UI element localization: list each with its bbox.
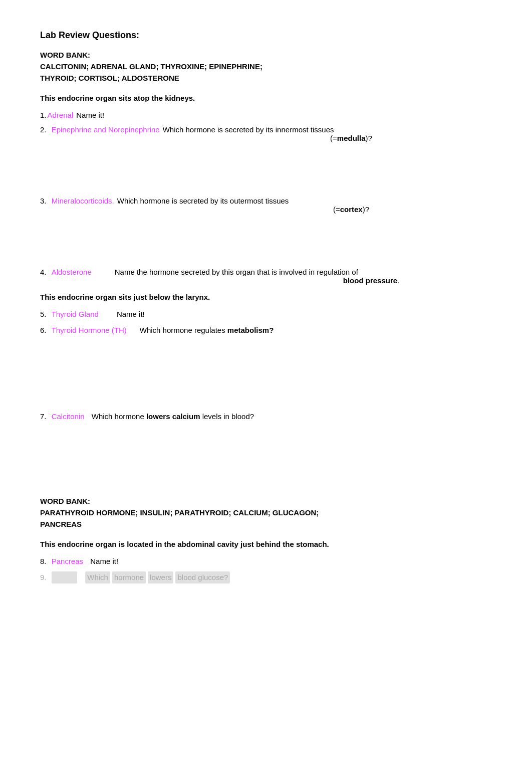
wordbank1-label: WORD BANK: [40,51,492,59]
spacer-3 [40,340,492,391]
spacer-4 [40,427,492,497]
q4-number: 4. [40,268,47,276]
q2-number: 2. [40,125,47,134]
question-6: 6. Thyroid Hormone (TH) Which hormone re… [40,324,492,336]
q6-text: Which hormone regulates metabolism? [140,324,274,336]
section3-instruction: This endocrine organ is located in the a… [40,540,492,548]
q7-text: Which hormone lowers calcium levels in b… [92,411,254,423]
q1-number: 1. [40,109,47,121]
page-title: Lab Review Questions: [40,30,492,41]
q9-text2: hormone [112,571,146,583]
question-9: 9. Insulin Which hormone lowers blood gl… [40,571,492,583]
q8-number: 8. [40,555,47,567]
q3-text-line1: Which hormone is secreted by its outermo… [117,197,289,205]
q4-text-line2: blood pressure. [343,276,400,285]
q5-number: 5. [40,308,47,320]
q1-text: Name it! [76,109,104,121]
q7-number: 7. [40,411,47,423]
q4-text-line1: Name the hormone secreted by this organ … [115,268,358,276]
q3-number: 3. [40,197,47,205]
question-5: 5. Thyroid Gland Name it! [40,308,492,320]
section1-instruction: This endocrine organ sits atop the kidne… [40,94,492,102]
q4-answer: Aldosterone [52,268,92,276]
q5-answer: Thyroid Gland [52,308,99,320]
q2-answer: Epinephrine and Norepinephrine [52,125,160,134]
q9-text: Which [85,571,110,583]
question-8: 8. Pancreas Name it! [40,555,492,567]
spacer-3b [40,391,492,411]
question-1: 1. Adrenal Name it! [40,109,492,121]
section2-instruction: This endocrine organ sits just below the… [40,293,492,301]
q8-text: Name it! [90,555,118,567]
spacer-2 [40,218,492,268]
q6-number: 6. [40,324,47,336]
wordbank1-words: CALCITONIN; ADRENAL GLAND; THYROXINE; EP… [40,61,492,84]
q2-text-line2: (=medulla)? [330,134,372,142]
question-4: 4. Aldosterone Name the hormone secreted… [40,268,492,285]
q1-answer: Adrenal [48,109,74,121]
spacer-1 [40,146,492,197]
q6-answer: Thyroid Hormone (TH) [52,324,127,336]
q5-text: Name it! [117,308,145,320]
q7-answer: Calcitonin [52,411,85,423]
q9-number: 9. [40,571,47,583]
q9-text4: blood glucose? [175,571,230,583]
q3-answer: Mineralocorticoids. [52,197,114,205]
question-3: 3. Mineralocorticoids. Which hormone is … [40,197,492,214]
q2-text-line1: Which hormone is secreted by its innermo… [163,125,334,134]
question-7: 7. Calcitonin Which hormone lowers calci… [40,411,492,423]
q8-answer: Pancreas [52,555,83,567]
q3-text-line2: (=cortex)? [333,205,369,214]
wordbank2-label: WORD BANK: [40,497,492,505]
q9-text3: lowers [148,571,173,583]
q9-answer: Insulin [52,571,77,583]
question-2: 2. Epinephrine and Norepinephrine Which … [40,125,492,142]
wordbank2-words: PARATHYROID HORMONE; INSULIN; PARATHYROI… [40,507,492,530]
